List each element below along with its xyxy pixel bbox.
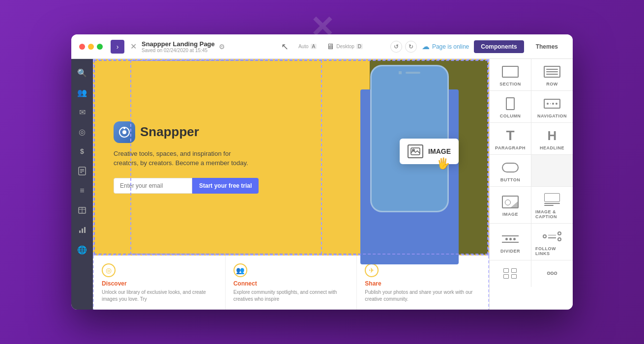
minimize-button[interactable]	[88, 44, 94, 50]
component-follow-links[interactable]: FOLLOW LINKS	[531, 224, 573, 260]
component-empty-1	[531, 155, 573, 186]
component-row[interactable]: ROW	[531, 59, 573, 90]
component-button[interactable]: BUTTON	[490, 155, 531, 186]
image-caption-icon	[543, 193, 561, 206]
section-label: SECTION	[499, 82, 521, 86]
nav-forward-button[interactable]: ›	[111, 40, 124, 54]
navigation-icon	[543, 97, 561, 111]
share-desc: Publish your photos and share your work …	[365, 289, 480, 303]
hero-right-content: IMAGE 🖐	[291, 60, 488, 255]
component-column[interactable]: COLUMN	[490, 91, 531, 122]
desktop-view[interactable]: 🖥 Desktop D	[326, 42, 363, 51]
discover-icon: ◎	[102, 263, 116, 277]
svg-rect-7	[79, 230, 81, 233]
image-icon	[408, 144, 423, 158]
column-icon	[501, 97, 519, 111]
svg-rect-9	[84, 227, 86, 233]
sidebar-item-document[interactable]	[73, 162, 91, 180]
hero-tagline: Creative tools, spaces, and inspiration …	[114, 149, 251, 168]
left-sidebar: 🔍 👥 ✉ ◎ $ ≡	[71, 59, 93, 310]
component-grid[interactable]	[490, 260, 531, 287]
tab-themes[interactable]: Themes	[529, 40, 565, 53]
signup-form: Start your free trial	[114, 178, 291, 194]
components-panel: SECTION ROW	[489, 59, 573, 310]
undo-redo-controls: ↺ ↻	[390, 41, 417, 53]
image-caption-label: IMAGE & CAPTION	[535, 209, 569, 219]
image-label: IMAGE	[502, 212, 518, 217]
discover-desc: Unlock our library of exclusive looks, a…	[102, 289, 217, 303]
email-input[interactable]	[114, 178, 192, 194]
component-image[interactable]: IMAGE	[490, 187, 531, 223]
sidebar-item-list[interactable]: ≡	[73, 182, 91, 200]
svg-rect-8	[82, 229, 83, 233]
auto-view[interactable]: Auto A	[298, 44, 317, 49]
components-grid: SECTION ROW	[490, 59, 573, 287]
button-label: BUTTON	[500, 177, 520, 182]
tab-components[interactable]: Components	[474, 40, 524, 53]
hero-left-content: Snappper Creative tools, spaces, and ins…	[94, 102, 311, 213]
sidebar-item-search[interactable]: 🔍	[73, 64, 91, 82]
headline-label: HEADLINE	[540, 145, 564, 150]
view-controls: ↖ Auto A 🖥 Desktop D	[281, 41, 363, 52]
online-label: Page is online	[432, 43, 469, 50]
discover-title: Discover	[102, 280, 217, 287]
cursor-icon: 🖐	[437, 157, 450, 170]
cta-button[interactable]: Start your free trial	[192, 178, 259, 194]
sidebar-item-users[interactable]: 👥	[73, 84, 91, 101]
image-comp-icon	[501, 195, 519, 209]
follow-links-icon	[543, 229, 561, 243]
divider-label: DIVIDER	[500, 249, 520, 254]
titlebar: › ✕ Snappper Landing Page Saved on 02/24…	[71, 34, 573, 59]
component-section[interactable]: SECTION	[490, 59, 531, 90]
brand-logo-row: Snappper	[114, 121, 291, 143]
sidebar-item-globe[interactable]: 🌐	[73, 241, 91, 258]
sidebar-item-table[interactable]	[73, 201, 91, 219]
undo-button[interactable]: ↺	[390, 41, 402, 53]
button-icon	[501, 161, 519, 174]
sidebar-item-chart[interactable]	[73, 221, 91, 239]
canvas-area[interactable]: Snappper Creative tools, spaces, and ins…	[93, 59, 489, 310]
hero-section: Snappper Creative tools, spaces, and ins…	[93, 59, 489, 256]
image-tooltip-label: IMAGE	[428, 147, 451, 155]
sidebar-item-globe-alt[interactable]: ◎	[73, 123, 91, 141]
brand-name: Snappper	[140, 124, 199, 140]
connect-icon: 👥	[234, 263, 247, 277]
share-title: Share	[365, 280, 480, 287]
cloud-icon: ☁	[422, 42, 430, 51]
brand-icon	[114, 121, 135, 143]
component-navigation[interactable]: NAVIGATION	[531, 91, 573, 122]
component-divider[interactable]: DIVIDER	[490, 224, 531, 260]
sidebar-item-mail[interactable]: ✉	[73, 103, 91, 121]
share-icon: ✈	[365, 263, 379, 277]
svg-point-17	[555, 272, 557, 275]
svg-point-16	[551, 272, 554, 275]
component-headline[interactable]: H HEADLINE	[531, 123, 573, 154]
document-info: Snappper Landing Page Saved on 02/24/202…	[142, 40, 215, 53]
follow-links-label: FOLLOW LINKS	[535, 246, 569, 256]
publish-status[interactable]: ☁ Page is online	[422, 42, 469, 51]
svg-point-12	[123, 127, 125, 129]
connect-title: Connect	[234, 280, 349, 287]
row-label: ROW	[546, 82, 558, 86]
cursor-tool[interactable]: ↖	[281, 41, 289, 52]
row-icon	[543, 65, 561, 79]
document-title: Snappper Landing Page	[142, 40, 215, 48]
close-editor-button[interactable]: ✕	[130, 42, 137, 51]
svg-point-15	[548, 272, 550, 275]
close-button[interactable]	[79, 44, 85, 50]
phone-speaker	[406, 72, 420, 74]
redo-button[interactable]: ↻	[405, 41, 417, 53]
phone-camera	[399, 71, 402, 74]
more-icon	[543, 266, 561, 280]
maximize-button[interactable]	[97, 44, 103, 50]
component-more[interactable]	[531, 260, 573, 287]
settings-icon[interactable]: ⚙	[219, 43, 225, 51]
title-right: ↺ ↻ ☁ Page is online Components Themes	[390, 40, 565, 53]
main-content: 🔍 👥 ✉ ◎ $ ≡	[71, 59, 573, 310]
sidebar-item-dollar[interactable]: $	[73, 143, 91, 160]
section-icon	[501, 65, 519, 79]
column-label: COLUMN	[500, 114, 521, 118]
component-paragraph[interactable]: T PARAGRAPH	[490, 123, 531, 154]
component-image-caption[interactable]: IMAGE & CAPTION	[531, 187, 573, 223]
grid-comp-icon	[501, 266, 519, 280]
